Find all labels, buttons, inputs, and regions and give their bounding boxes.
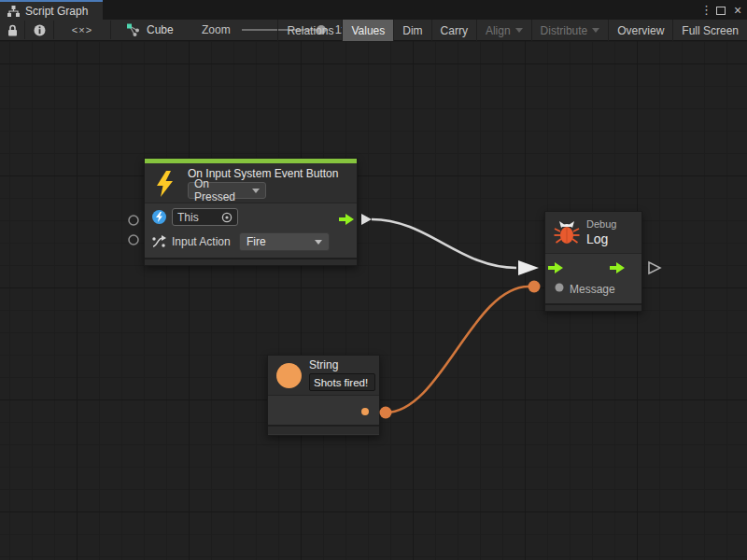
input-action-icon <box>151 234 167 250</box>
input-action-row: Input Action Fire <box>145 230 357 256</box>
control-wire-end-arrow <box>518 260 539 275</box>
tab-label: Script Graph <box>25 5 88 18</box>
lock-button[interactable] <box>0 20 24 40</box>
event-node-body: This Input Action <box>145 203 357 258</box>
value-wire[interactable] <box>386 287 529 413</box>
carry-button[interactable]: Carry <box>431 20 476 41</box>
chevron-down-icon <box>592 28 599 33</box>
control-wire-start-triangle[interactable] <box>361 214 372 225</box>
node-debug-log[interactable]: Debug Log Message <box>544 211 642 312</box>
code-ports-icon: <×> <box>72 24 92 35</box>
tab-script-graph[interactable]: Script Graph <box>0 0 103 20</box>
debug-node-header[interactable]: Debug Log <box>545 212 641 254</box>
string-type-icon <box>276 363 302 388</box>
control-wire[interactable] <box>372 219 516 268</box>
string-node-footer <box>268 425 379 434</box>
toolbar-separator <box>110 21 111 39</box>
lock-icon <box>7 24 18 36</box>
string-node-header[interactable]: String Shots fired! <box>268 356 379 396</box>
relations-button[interactable]: Relations <box>277 20 342 41</box>
dim-button[interactable]: Dim <box>393 20 430 41</box>
ports-toggle-button[interactable]: <×> <box>54 20 110 40</box>
target-picker-icon[interactable] <box>221 212 233 223</box>
align-button[interactable]: Align <box>476 20 531 41</box>
message-port-label: Message <box>570 283 615 296</box>
bug-icon <box>554 220 580 245</box>
string-node-body <box>268 396 379 425</box>
event-node-header[interactable]: On Input System Event Button On Pressed <box>145 163 357 203</box>
node-on-input-system-event-button[interactable]: On Input System Event Button On Pressed … <box>144 158 358 266</box>
value-wire-start-dot <box>380 407 392 419</box>
fullscreen-button[interactable]: Full Screen <box>672 20 747 41</box>
debug-node-category: Debug <box>586 218 616 230</box>
window-menu-icon[interactable]: ⋮ <box>700 3 710 17</box>
string-value-input[interactable]: Shots fired! <box>309 373 375 391</box>
tab-bar: Script Graph ⋮ × <box>0 0 747 20</box>
info-button[interactable] <box>25 20 53 40</box>
distribute-button[interactable]: Distribute <box>531 20 609 41</box>
graph-owner-label: Cube <box>147 23 174 36</box>
target-row: This <box>145 203 357 230</box>
event-input-port-top[interactable] <box>129 216 138 225</box>
debug-node-title: Log <box>586 231 608 246</box>
chevron-down-icon <box>252 189 260 193</box>
graph-owner-icon <box>126 23 140 36</box>
chevron-down-icon <box>315 240 322 245</box>
debug-external-output-port[interactable] <box>649 262 660 273</box>
values-button[interactable]: Values <box>342 20 393 41</box>
target-self-field[interactable]: This <box>172 208 238 226</box>
event-input-port-bottom[interactable] <box>129 235 138 245</box>
script-graph-icon <box>7 6 20 17</box>
input-action-dropdown[interactable]: Fire <box>239 232 330 251</box>
chevron-down-icon <box>515 28 523 33</box>
info-icon <box>34 24 46 36</box>
graph-canvas[interactable]: On Input System Event Button On Pressed … <box>0 41 747 560</box>
graph-owner[interactable]: Cube <box>126 20 174 40</box>
graph-toolbar: <×> Cube Zoom 1x Relations Values Dim Ca… <box>0 20 747 41</box>
maximize-icon[interactable] <box>716 7 726 15</box>
overview-button[interactable]: Overview <box>608 20 672 41</box>
input-action-label: Input Action <box>172 235 231 248</box>
zoom-label: Zoom <box>202 23 231 36</box>
script-graph-window: Script Graph ⋮ × <×> <box>0 0 747 560</box>
window-controls: ⋮ × <box>700 0 743 20</box>
node-string-literal[interactable]: String Shots fired! <box>267 355 380 436</box>
lightning-bolt-icon <box>154 170 176 198</box>
debug-node-body: Message <box>545 254 641 303</box>
toolbar-toggle-group: Relations Values Dim Carry Align Distrib… <box>277 20 747 41</box>
value-wire-end-dot <box>529 281 541 293</box>
trigger-dropdown[interactable]: On Pressed <box>188 182 266 199</box>
string-node-title: String <box>309 358 338 371</box>
debug-node-footer <box>545 303 641 311</box>
event-node-footer <box>145 258 357 265</box>
gameobject-bolt-icon <box>152 210 166 224</box>
close-icon[interactable]: × <box>732 3 743 18</box>
